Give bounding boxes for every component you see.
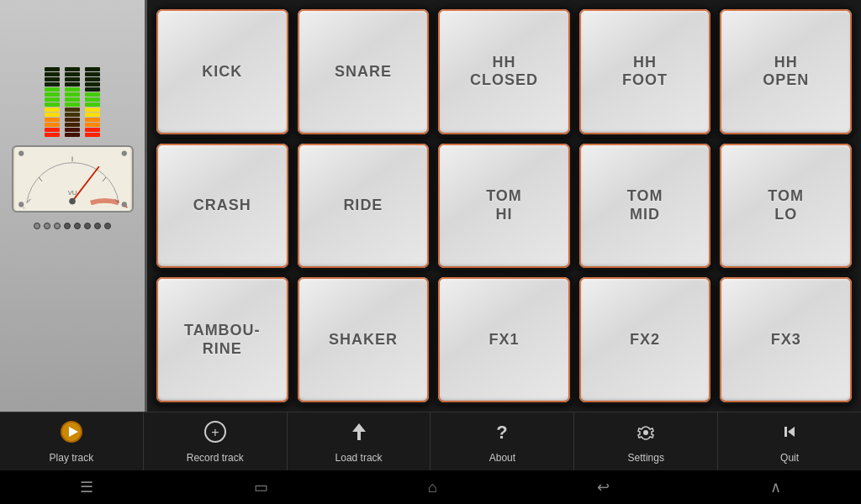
record-track-label: Record track: [187, 452, 244, 464]
drum-pad-label-tambourine: TAMBOU- RINE: [184, 322, 261, 358]
bottom-toolbar: Play track + Record track Load track ? A…: [0, 412, 861, 470]
dot-8: [104, 223, 111, 229]
play-track-label: Play track: [50, 452, 94, 464]
toolbar-settings[interactable]: Settings: [574, 412, 718, 470]
toolbar-record-track[interactable]: + Record track: [144, 412, 288, 470]
settings-label: Settings: [628, 452, 664, 464]
svg-point-7: [69, 198, 76, 205]
nav-bar: ☰ ▭ ⌂ ↩ ∧: [0, 470, 861, 504]
vu-gauge: VU - +: [12, 145, 134, 213]
settings-icon: [634, 420, 658, 449]
about-label: About: [489, 452, 515, 464]
svg-point-11: [18, 151, 24, 156]
drum-pad-fx3[interactable]: FX3: [717, 275, 854, 405]
drum-pad-label-fx2: FX2: [630, 331, 660, 349]
drum-pad-label-crash: CRASH: [193, 197, 251, 215]
drum-pad-snare[interactable]: SNARE: [295, 7, 432, 137]
bottom-dots: [34, 223, 111, 229]
left-panel: VU - +: [0, 0, 147, 412]
svg-text:VU: VU: [67, 189, 77, 197]
drum-pad-label-hh-open: HH OPEN: [763, 54, 809, 90]
drum-pad-label-kick: KICK: [202, 63, 242, 81]
quit-label: Quit: [780, 452, 799, 464]
drum-pad-label-fx3: FX3: [771, 331, 801, 349]
nav-home-icon[interactable]: ⌂: [428, 479, 437, 496]
svg-point-12: [121, 151, 126, 156]
drum-pad-label-hh-closed: HH CLOSED: [470, 54, 538, 90]
dot-6: [84, 223, 91, 229]
vu-meter-mid: [65, 67, 80, 137]
about-icon: ?: [490, 420, 514, 449]
drum-pad-label-ride: RIDE: [343, 197, 383, 215]
drum-pad-tom-hi[interactable]: TOM HI: [436, 141, 573, 271]
svg-rect-22: [784, 427, 787, 437]
main-content: VU - +: [0, 0, 861, 412]
play-track-icon: [60, 420, 83, 449]
toolbar-about[interactable]: ? About: [430, 412, 574, 470]
toolbar-quit[interactable]: Quit: [718, 412, 861, 470]
drum-pad-ride[interactable]: RIDE: [295, 141, 432, 271]
drum-pad-tom-lo[interactable]: TOM LO: [717, 141, 854, 271]
record-track-icon: +: [203, 420, 227, 449]
nav-recent-icon[interactable]: ▭: [254, 478, 268, 496]
dot-5: [74, 223, 81, 229]
drum-pad-label-tom-lo: TOM LO: [768, 187, 804, 223]
vu-meter-left: [45, 67, 60, 137]
vu-meter-right: [85, 67, 100, 137]
svg-text:+: +: [211, 425, 219, 439]
drum-pad-tom-mid[interactable]: TOM MID: [577, 141, 714, 271]
drum-pad-kick[interactable]: KICK: [154, 7, 291, 137]
drum-pad-fx1[interactable]: FX1: [436, 275, 573, 405]
nav-menu-icon[interactable]: ☰: [80, 478, 93, 496]
dot-7: [94, 223, 101, 229]
drum-pad-shaker[interactable]: SHAKER: [295, 275, 432, 405]
drum-pad-tambourine[interactable]: TAMBOU- RINE: [154, 275, 291, 405]
drum-pad-hh-open[interactable]: HH OPEN: [717, 7, 854, 137]
drum-pad-label-hh-foot: HH FOOT: [622, 54, 668, 90]
svg-point-13: [18, 202, 24, 207]
vu-meters: [45, 19, 100, 137]
dot-2: [44, 223, 50, 229]
drum-pad-label-snare: SNARE: [335, 63, 392, 81]
svg-point-21: [643, 430, 648, 435]
drum-pads: KICKSNAREHH CLOSEDHH FOOTHH OPENCRASHRID…: [147, 0, 861, 412]
app: VU - +: [0, 0, 861, 504]
drum-pad-label-tom-hi: TOM HI: [486, 187, 522, 223]
nav-back-icon[interactable]: ↩: [597, 478, 610, 496]
dot-4: [64, 223, 71, 229]
load-track-label: Load track: [335, 452, 383, 464]
svg-point-14: [121, 202, 126, 207]
svg-text:?: ?: [497, 422, 508, 443]
drum-pad-label-tom-mid: TOM MID: [627, 187, 663, 223]
dot-3: [54, 223, 61, 229]
drum-pad-label-fx1: FX1: [489, 331, 519, 349]
drum-pad-fx2[interactable]: FX2: [577, 275, 714, 405]
dot-1: [34, 223, 40, 229]
load-track-icon: [347, 420, 371, 449]
drum-pad-label-shaker: SHAKER: [329, 331, 398, 349]
toolbar-play-track[interactable]: Play track: [0, 412, 144, 470]
drum-pad-hh-closed[interactable]: HH CLOSED: [436, 7, 573, 137]
toolbar-load-track[interactable]: Load track: [288, 412, 431, 470]
quit-icon: [778, 420, 801, 449]
svg-marker-19: [352, 423, 366, 440]
drum-pad-crash[interactable]: CRASH: [154, 141, 291, 271]
nav-up-icon[interactable]: ∧: [770, 478, 781, 496]
drum-pad-hh-foot[interactable]: HH FOOT: [577, 7, 714, 137]
